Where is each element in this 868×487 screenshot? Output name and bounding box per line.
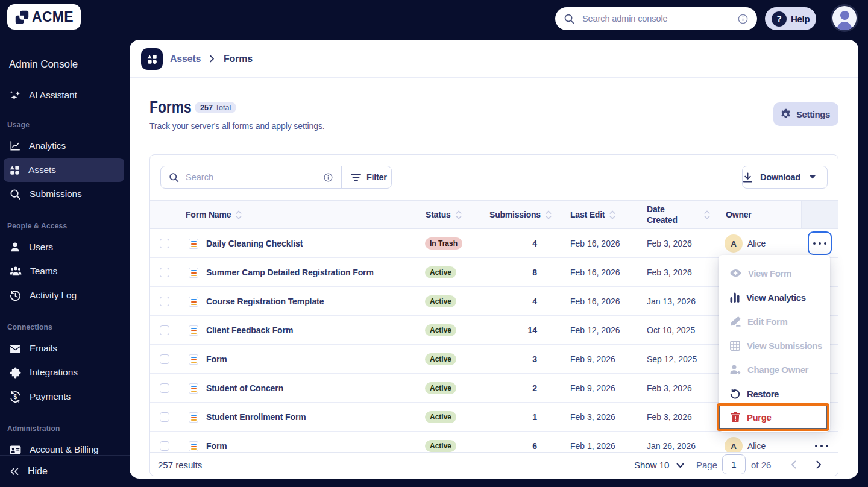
- svg-text:$: $: [14, 394, 17, 400]
